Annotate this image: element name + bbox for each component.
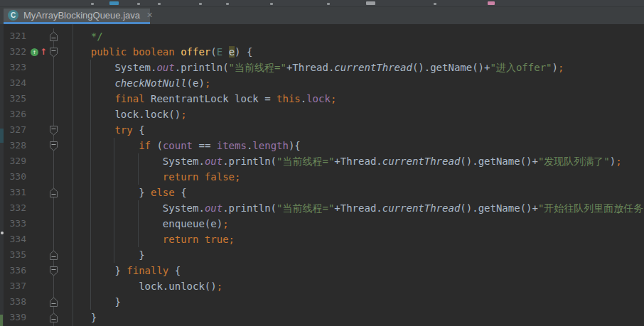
code-rows: 321 */322↑↑ public boolean offer(E e) {3…: [0, 28, 644, 325]
code-line[interactable]: 322↑↑ public boolean offer(E e) {: [0, 44, 644, 60]
fold-marker[interactable]: [49, 297, 58, 308]
ide-window: C MyArrayBlockingQueue.java ✕ 321 */322↑…: [0, 0, 644, 326]
code-line[interactable]: 335 }: [0, 247, 644, 263]
editor-tab-bar: C MyArrayBlockingQueue.java ✕: [0, 7, 644, 24]
code-line[interactable]: 329 System.out.println("当前线程="+Thread.cu…: [0, 153, 644, 169]
line-number[interactable]: 327: [0, 122, 28, 138]
code-line[interactable]: 336 } finally {: [0, 263, 644, 278]
tab-myarrayblockingqueue[interactable]: C MyArrayBlockingQueue.java ✕: [4, 9, 150, 22]
line-number[interactable]: 328: [0, 138, 28, 153]
fold-marker[interactable]: [49, 141, 58, 151]
red-up-arrow-icon[interactable]: ↑: [40, 44, 47, 60]
code-text[interactable]: final ReentrantLock lock = this.lock;: [67, 91, 336, 107]
code-line[interactable]: 331 } else {: [0, 185, 644, 200]
code-text[interactable]: try {: [67, 122, 145, 138]
code-text[interactable]: */: [67, 28, 103, 44]
code-line[interactable]: 330 return false;: [0, 169, 644, 185]
code-text[interactable]: }: [67, 294, 121, 310]
code-text[interactable]: }: [67, 310, 97, 325]
line-number[interactable]: 329: [0, 153, 28, 169]
code-line[interactable]: 334 return true;: [0, 232, 644, 247]
toolbar-icon-fragment: [91, 3, 94, 5]
code-editor[interactable]: 321 */322↑↑ public boolean offer(E e) {3…: [0, 24, 644, 326]
line-number[interactable]: 338: [0, 294, 28, 310]
line-number[interactable]: 325: [0, 91, 28, 107]
line-number[interactable]: 321: [0, 28, 28, 44]
code-text[interactable]: checkNotNull(e);: [67, 75, 210, 91]
code-line[interactable]: 325 final ReentrantLock lock = this.lock…: [0, 91, 644, 107]
line-number[interactable]: 324: [0, 75, 28, 91]
toolbar-icon-fragment: [137, 3, 140, 5]
fold-marker[interactable]: [49, 125, 58, 136]
line-number[interactable]: 334: [0, 232, 28, 247]
code-text[interactable]: System.out.println("当前线程="+Thread.curren…: [67, 200, 644, 216]
toolbar-icon-fragment: [488, 1, 495, 5]
close-tab-icon[interactable]: ✕: [146, 11, 153, 19]
tab-label: MyArrayBlockingQueue.java: [23, 10, 140, 21]
code-text[interactable]: return false;: [67, 169, 240, 185]
code-text[interactable]: System.out.println("当前线程="+Thread.curren…: [67, 60, 564, 75]
overrides-method-icon[interactable]: ↑: [31, 48, 38, 56]
fold-marker[interactable]: [49, 188, 58, 198]
toolbar-icon-fragment: [434, 3, 436, 5]
code-text[interactable]: }: [67, 247, 145, 263]
code-text[interactable]: System.out.println("当前线程="+Thread.curren…: [67, 153, 622, 169]
code-line[interactable]: 338 }: [0, 294, 644, 310]
code-line[interactable]: 323 System.out.println("当前线程="+Thread.cu…: [0, 60, 644, 75]
code-line[interactable]: 326 lock.lock();: [0, 107, 644, 122]
clipped-toolbar: [0, 0, 644, 7]
line-number[interactable]: 326: [0, 107, 28, 122]
line-number[interactable]: 322: [0, 44, 28, 60]
toolbar-icon-fragment: [226, 3, 229, 5]
toolbar-icon-fragment: [158, 3, 161, 5]
code-text[interactable]: } finally {: [67, 263, 181, 278]
line-number[interactable]: 330: [0, 169, 28, 185]
code-text[interactable]: public boolean offer(E e) {: [67, 44, 252, 60]
code-text[interactable]: if (count == items.length){: [67, 138, 301, 153]
code-line[interactable]: 339 }: [0, 310, 644, 325]
code-line[interactable]: 327 try {: [0, 122, 644, 138]
code-line[interactable]: 332 System.out.println("当前线程="+Thread.cu…: [0, 200, 644, 216]
line-number[interactable]: 337: [0, 278, 28, 294]
line-number[interactable]: 332: [0, 200, 28, 216]
line-number[interactable]: 331: [0, 185, 28, 200]
code-line[interactable]: 324 checkNotNull(e);: [0, 75, 644, 91]
code-line[interactable]: 328 if (count == items.length){: [0, 138, 644, 153]
line-number[interactable]: 323: [0, 60, 28, 75]
code-line[interactable]: 333 enqueue(e);: [0, 216, 644, 232]
line-number[interactable]: 339: [0, 310, 28, 325]
fold-marker[interactable]: [49, 266, 58, 276]
fold-marker[interactable]: [49, 313, 58, 323]
code-line[interactable]: 321 */: [0, 28, 644, 44]
java-class-icon: C: [8, 10, 18, 21]
toolbar-icon-fragment: [327, 3, 330, 5]
gutter-icons: ↑↑: [31, 44, 47, 60]
toolbar-icon-fragment: [270, 3, 273, 5]
fold-marker[interactable]: [49, 47, 58, 58]
toolbar-icon-fragment: [366, 1, 375, 5]
fold-marker[interactable]: [49, 250, 58, 261]
code-text[interactable]: lock.unlock();: [67, 278, 222, 294]
line-number[interactable]: 333: [0, 216, 28, 232]
code-text[interactable]: } else {: [67, 185, 187, 200]
toolbar-icon-fragment: [199, 3, 202, 5]
code-text[interactable]: lock.lock();: [67, 107, 187, 122]
toolbar-icon-fragment: [109, 1, 119, 5]
code-text[interactable]: return true;: [67, 232, 235, 247]
line-number[interactable]: 336: [0, 263, 28, 278]
code-text[interactable]: enqueue(e);: [67, 216, 229, 232]
code-line[interactable]: 337 lock.unlock();: [0, 278, 644, 294]
fold-marker[interactable]: [49, 31, 58, 42]
line-number[interactable]: 335: [0, 247, 28, 263]
